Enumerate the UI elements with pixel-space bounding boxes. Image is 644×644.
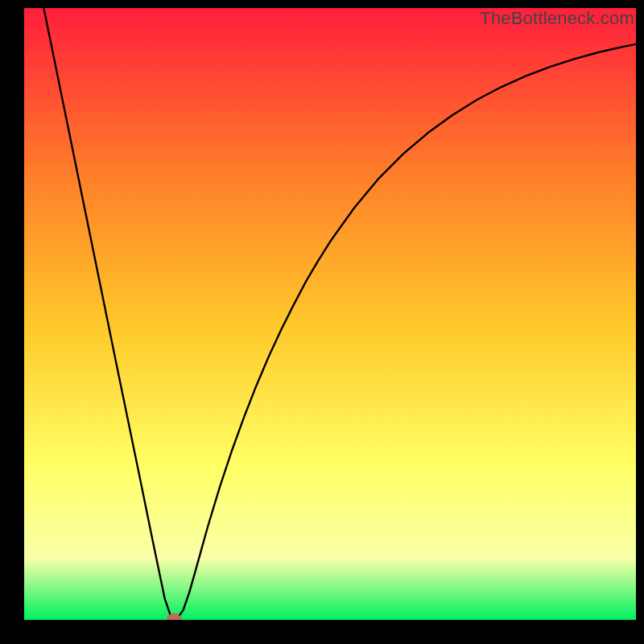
plot-area (24, 8, 636, 620)
chart-container: { "watermark": "TheBottleneck.com", "col… (0, 0, 644, 644)
gradient-background (24, 8, 636, 620)
watermark-text: TheBottleneck.com (480, 8, 634, 29)
bottleneck-chart-svg (24, 8, 636, 620)
minimum-marker (167, 613, 181, 620)
